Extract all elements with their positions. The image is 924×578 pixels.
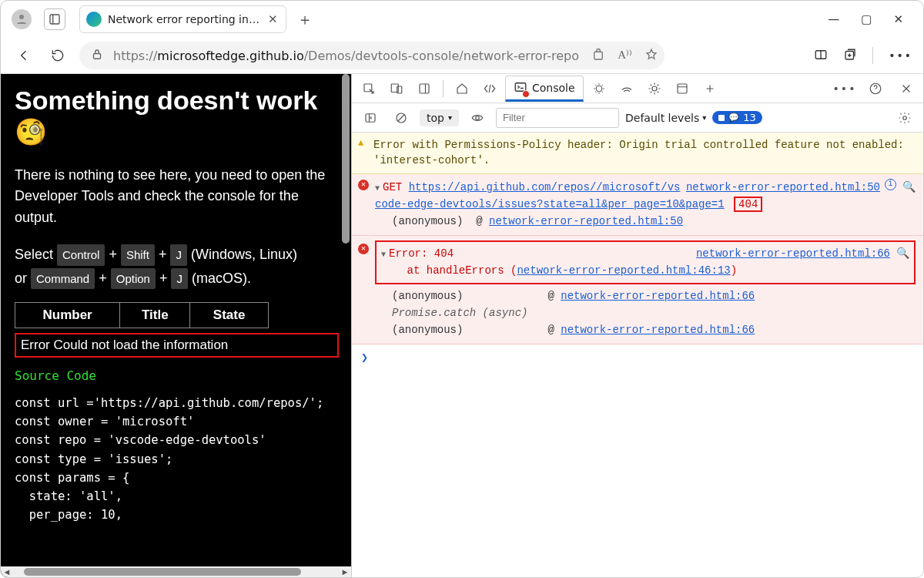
refresh-button[interactable] (45, 43, 70, 68)
svg-rect-3 (94, 53, 101, 59)
address-bar[interactable]: https://microsoftedge.github.io/Demos/de… (79, 42, 665, 69)
url-text: https://microsoftedge.github.io/Demos/de… (113, 49, 579, 63)
more-menu-icon[interactable]: ••• (889, 49, 912, 62)
search-icon[interactable]: 🔍 (896, 245, 909, 262)
shortcut-instructions: Select Control + Shift + J (Windows, Lin… (15, 243, 339, 290)
inspect-icon[interactable] (357, 76, 381, 101)
network-error-row[interactable]: ✕ 🔍 i network-error-reported.html:50 ▼GE… (352, 174, 923, 236)
request-url-link[interactable]: https://api.github.com/repos//microsoft/… (375, 181, 725, 210)
expand-toggle-icon[interactable]: ▼ (381, 250, 386, 259)
warning-row[interactable]: Error with Permissions-Policy header: Or… (352, 133, 923, 174)
expand-toggle-icon[interactable]: ▼ (375, 184, 380, 193)
search-icon[interactable]: 🔍 (902, 179, 916, 196)
maximize-icon[interactable]: ▢ (861, 12, 872, 26)
window-close-icon[interactable]: ✕ (893, 12, 903, 26)
application-tab-icon[interactable] (670, 76, 695, 101)
console-prompt[interactable]: ❯ (352, 344, 923, 371)
console-toolbar: top▾ Default levels▾ 💬13 (352, 103, 923, 133)
prompt-chevron-icon: ❯ (361, 352, 368, 365)
svg-point-16 (596, 86, 602, 92)
clear-console-icon[interactable] (389, 106, 413, 130)
error-icon: ✕ (358, 244, 369, 254)
stack-source-link[interactable]: network-error-reported.html:50 (489, 215, 683, 227)
page-heading: Something doesn't work 🧐 (15, 85, 339, 148)
tab-actions-icon[interactable] (44, 8, 65, 30)
th-title: Title (120, 303, 190, 328)
read-aloud-icon[interactable]: A⁾⁾ (618, 48, 632, 64)
svg-point-17 (652, 86, 657, 91)
network-tab-icon[interactable] (614, 76, 639, 101)
page-description: There is nothing to see here, you need t… (15, 165, 339, 230)
site-info-icon[interactable] (90, 48, 104, 64)
new-tab-button[interactable]: ＋ (293, 7, 317, 32)
dock-side-icon[interactable] (412, 76, 437, 101)
svg-point-0 (19, 15, 24, 19)
console-filter-input[interactable] (496, 108, 619, 128)
split-screen-icon[interactable] (814, 48, 828, 64)
devtools-panel: Console ••• top▾ Default levels▾ (351, 74, 923, 577)
device-emulation-icon[interactable] (384, 76, 409, 101)
info-icon[interactable]: i (885, 179, 896, 190)
more-tools-icon[interactable]: ••• (832, 76, 857, 101)
console-tab-icon (514, 80, 527, 96)
th-state: State (190, 303, 269, 328)
browser-toolbar: https://microsoftedge.github.io/Demos/de… (1, 38, 923, 73)
error-icon: ✕ (358, 180, 369, 190)
page-horizontal-scrollbar[interactable]: ◄► (1, 566, 351, 577)
source-link[interactable]: network-error-reported.html:66 (696, 245, 890, 262)
stack-source-link[interactable]: network-error-reported.html:66 (561, 290, 755, 302)
page-vertical-scrollbar[interactable] (342, 74, 350, 577)
svg-rect-13 (420, 84, 429, 93)
svg-point-30 (903, 116, 907, 119)
console-settings-icon[interactable] (892, 106, 917, 130)
page-error-banner: Error Could not load the information (15, 333, 339, 358)
source-code-block: const url ='https://api.github.com/repos… (15, 394, 339, 523)
async-label: Promise.catch (async) (375, 304, 916, 321)
performance-tab-icon[interactable] (642, 76, 667, 101)
titlebar: Network error reporting in Conso ✕ ＋ — ▢… (1, 1, 923, 38)
console-log-area[interactable]: Error with Permissions-Policy header: Or… (352, 133, 923, 577)
source-link[interactable]: network-error-reported.html:50 (686, 179, 880, 196)
collections-icon[interactable] (843, 48, 857, 64)
svg-rect-18 (678, 84, 687, 93)
favorite-icon[interactable] (644, 48, 658, 64)
log-levels-selector[interactable]: Default levels▾ (625, 112, 706, 124)
more-tabs-icon[interactable] (698, 76, 722, 101)
svg-rect-1 (50, 15, 59, 24)
svg-point-29 (476, 116, 480, 119)
minimize-icon[interactable]: — (828, 12, 839, 26)
profile-avatar[interactable] (12, 9, 32, 29)
highlighted-error: 🔍 network-error-reported.html:66 ▼Error:… (375, 240, 916, 284)
tab-title: Network error reporting in Conso (108, 13, 262, 25)
welcome-tab-icon[interactable] (450, 76, 474, 101)
svg-rect-4 (594, 52, 603, 59)
live-expression-icon[interactable] (465, 106, 490, 130)
back-button[interactable] (12, 43, 36, 68)
stack-source-link[interactable]: network-error-reported.html:46:13 (517, 264, 730, 277)
sources-tab-icon[interactable] (587, 76, 611, 101)
status-badge: 404 (734, 197, 762, 212)
js-error-row[interactable]: ✕ 🔍 network-error-reported.html:66 ▼Erro… (352, 236, 923, 344)
elements-tab-icon[interactable] (477, 76, 502, 101)
window-controls: — ▢ ✕ (828, 12, 917, 26)
edge-favicon-icon (86, 12, 102, 27)
th-number: Number (15, 303, 120, 328)
issues-badge[interactable]: 💬13 (712, 111, 762, 124)
help-icon[interactable] (863, 76, 888, 101)
context-selector[interactable]: top▾ (420, 109, 459, 126)
devtools-close-icon[interactable] (894, 76, 919, 101)
source-code-heading: Source Code (15, 368, 339, 383)
chevron-down-icon: ▾ (448, 113, 452, 122)
result-table: Number Title State (15, 302, 269, 328)
console-sidebar-toggle-icon[interactable] (358, 106, 383, 130)
console-tab-label: Console (532, 82, 575, 94)
content-area: Something doesn't work 🧐 There is nothin… (1, 73, 923, 577)
browser-tab[interactable]: Network error reporting in Conso ✕ (79, 5, 286, 33)
tab-close-icon[interactable]: ✕ (268, 12, 278, 26)
svg-line-28 (398, 115, 404, 121)
console-tab[interactable]: Console (505, 76, 584, 102)
stack-source-link[interactable]: network-error-reported.html:66 (561, 324, 755, 336)
rendered-page: Something doesn't work 🧐 There is nothin… (1, 74, 351, 577)
shopping-icon[interactable] (591, 48, 605, 64)
devtools-tabstrip: Console ••• (352, 74, 923, 103)
